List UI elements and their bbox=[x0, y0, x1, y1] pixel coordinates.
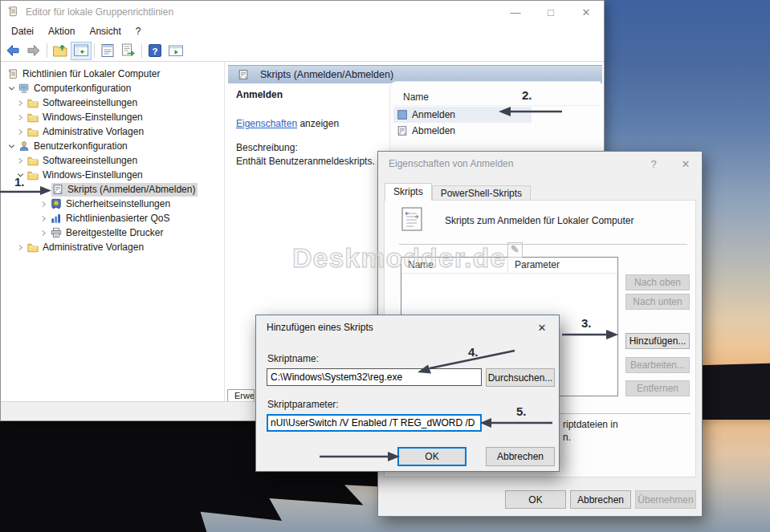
cancel-button[interactable]: Abbrechen bbox=[486, 447, 555, 466]
chevron-expanded-icon[interactable] bbox=[8, 143, 18, 150]
arrow-1-icon bbox=[0, 184, 53, 197]
chevron-collapsed-icon[interactable] bbox=[17, 99, 26, 107]
tree-item-label: Administrative Vorlagen bbox=[43, 126, 144, 137]
tree-item-body[interactable]: Skripts (Anmelden/Abmelden) bbox=[51, 183, 198, 197]
tree-item-label: Computerkonfiguration bbox=[34, 83, 131, 94]
tree-item[interactable]: Richtlinien für Lokaler Computer bbox=[3, 67, 224, 81]
bearbeiten-button: Bearbeiten... bbox=[625, 357, 690, 373]
chevron-collapsed-icon[interactable] bbox=[40, 215, 50, 222]
add-dialog-titlebar: Hinzufügen eines Skripts ✕ bbox=[256, 315, 559, 339]
tree-item[interactable]: Richtlinienbasierter QoS bbox=[3, 211, 224, 225]
ok-button[interactable]: OK bbox=[397, 447, 466, 466]
list-item[interactable]: Abmelden bbox=[393, 123, 532, 139]
eigenschaften-link[interactable]: Eigenschaften bbox=[236, 118, 297, 129]
column-header-divider bbox=[390, 105, 601, 106]
tree-item[interactable]: Benutzerkonfiguration bbox=[3, 139, 224, 153]
menu-item[interactable]: Datei bbox=[4, 23, 41, 40]
tree-item-body[interactable]: Computerkonfiguration bbox=[18, 82, 133, 95]
nachoben-button: Nach oben bbox=[625, 274, 690, 290]
tree-item[interactable]: Computerkonfiguration bbox=[3, 81, 224, 95]
tree-item-body[interactable]: Bereitgestellte Drucker bbox=[50, 226, 165, 240]
tree-item-body[interactable]: Softwareeinstellungen bbox=[26, 96, 140, 110]
close-icon[interactable]: ✕ bbox=[525, 322, 559, 334]
annotation-2: 2. bbox=[522, 88, 532, 102]
chevron-expanded-icon[interactable] bbox=[8, 85, 18, 92]
hinzufügen-button[interactable]: Hinzufügen... bbox=[625, 333, 690, 349]
console-tree-icon[interactable] bbox=[71, 42, 92, 60]
tree-item[interactable]: Bereitgestellte Drucker bbox=[3, 225, 224, 240]
chevron-collapsed-icon[interactable] bbox=[40, 229, 50, 237]
tree-item-body[interactable]: Windows-Einstellungen bbox=[26, 169, 145, 182]
chevron-collapsed-icon[interactable] bbox=[40, 201, 50, 208]
tree-item-body[interactable]: Richtlinienbasierter QoS bbox=[50, 212, 172, 225]
tree-item-body[interactable]: Windows-Einstellungen bbox=[26, 111, 145, 124]
scroll-icon bbox=[7, 68, 20, 79]
script-param-input[interactable] bbox=[267, 414, 482, 432]
forward-arrow-icon[interactable] bbox=[23, 42, 44, 60]
abbrechen-button[interactable]: Abbrechen bbox=[570, 490, 631, 509]
dialog-close-button[interactable]: ✕ bbox=[670, 158, 702, 170]
chevron-collapsed-icon[interactable] bbox=[17, 157, 26, 164]
chevron-collapsed-icon[interactable] bbox=[17, 244, 26, 251]
script-name-label: Skriptname: bbox=[267, 353, 319, 364]
tree-item[interactable]: Softwareeinstellungen bbox=[3, 95, 224, 110]
script-page-icon bbox=[401, 207, 422, 231]
link-suffix: anzeigen bbox=[297, 118, 339, 129]
description-text: Enthält Benutzeranmeldeskripts. bbox=[236, 156, 375, 167]
tree-item[interactable]: Windows-Einstellungen bbox=[3, 168, 224, 182]
toolbar: ? bbox=[1, 40, 604, 62]
tab-powershell-skripts[interactable]: PowerShell-Skripts bbox=[432, 185, 531, 201]
up-folder-icon[interactable] bbox=[50, 42, 71, 60]
back-arrow-icon[interactable] bbox=[2, 42, 23, 60]
tree-item-body[interactable]: Administrative Vorlagen bbox=[26, 125, 146, 139]
arrow-ok-icon bbox=[318, 450, 401, 463]
übernehmen-button: Übernehmen bbox=[635, 490, 696, 509]
dialog-bottom-buttons: OKAbbrechenÜbernehmen bbox=[505, 490, 696, 509]
add-script-dialog: Hinzufügen eines Skripts ✕ Skriptname: D… bbox=[255, 315, 560, 472]
dialog-help-button[interactable]: ? bbox=[638, 158, 670, 170]
tree-item-body[interactable]: Sicherheitseinstellungen bbox=[50, 197, 173, 211]
tree-item[interactable]: Administrative Vorlagen bbox=[3, 240, 224, 254]
properties-icon[interactable] bbox=[97, 42, 118, 60]
folder-icon bbox=[27, 98, 40, 108]
tree-item[interactable]: Administrative Vorlagen bbox=[3, 124, 224, 139]
tree-item-body[interactable]: Richtlinien für Lokaler Computer bbox=[6, 67, 162, 81]
export-list-icon[interactable] bbox=[118, 42, 139, 60]
tree-item[interactable]: Windows-Einstellungen bbox=[3, 110, 224, 124]
window-title: Editor für lokale Gruppenrichtlinien bbox=[26, 6, 498, 18]
menu-item[interactable]: Ansicht bbox=[82, 23, 128, 40]
ok-button[interactable]: OK bbox=[505, 490, 566, 509]
minimize-button[interactable]: — bbox=[498, 1, 533, 23]
extended-tab[interactable]: Erwe bbox=[227, 389, 255, 402]
help-icon[interactable]: ? bbox=[145, 42, 165, 60]
properties-link-line: Eigenschaften anzeigen bbox=[236, 118, 339, 129]
name-column-header[interactable]: Name bbox=[403, 91, 429, 103]
app-scroll-icon bbox=[7, 6, 20, 18]
clipped-text-line1: riptdateien in bbox=[563, 418, 618, 431]
arrow-5-icon bbox=[479, 416, 554, 429]
printer-icon bbox=[51, 227, 63, 238]
toolbar-separator bbox=[47, 43, 47, 58]
folder-icon bbox=[27, 127, 40, 137]
tree-item-label: Softwareeinstellungen bbox=[43, 97, 137, 108]
security-icon bbox=[51, 198, 63, 209]
tree-view: Richtlinien für Lokaler ComputerComputer… bbox=[3, 62, 225, 402]
menu-item[interactable]: Aktion bbox=[41, 23, 82, 40]
new-window-icon[interactable] bbox=[165, 42, 186, 60]
menu-item[interactable]: ? bbox=[128, 23, 149, 40]
dialog-heading: Skripts zum Anmelden für Lokaler Compute… bbox=[445, 215, 634, 226]
close-button[interactable]: ✕ bbox=[568, 1, 604, 23]
tree-item-body[interactable]: Administrative Vorlagen bbox=[26, 241, 146, 254]
chevron-collapsed-icon[interactable] bbox=[17, 128, 26, 136]
description-label: Beschreibung: bbox=[236, 142, 298, 153]
list-item-label: Anmelden bbox=[412, 109, 455, 120]
chevron-collapsed-icon[interactable] bbox=[17, 114, 26, 121]
nachunten-button: Nach unten bbox=[625, 294, 690, 310]
tree-item[interactable]: Sicherheitseinstellungen bbox=[3, 197, 224, 211]
maximize-button[interactable]: □ bbox=[533, 1, 568, 23]
tab-skripts[interactable]: Skripts bbox=[385, 183, 432, 201]
tree-item[interactable]: Softwareeinstellungen bbox=[3, 153, 224, 168]
tree-item-body[interactable]: Softwareeinstellungen bbox=[26, 154, 140, 168]
toolbar-separator bbox=[94, 43, 95, 58]
tree-item-body[interactable]: Benutzerkonfiguration bbox=[18, 140, 130, 153]
